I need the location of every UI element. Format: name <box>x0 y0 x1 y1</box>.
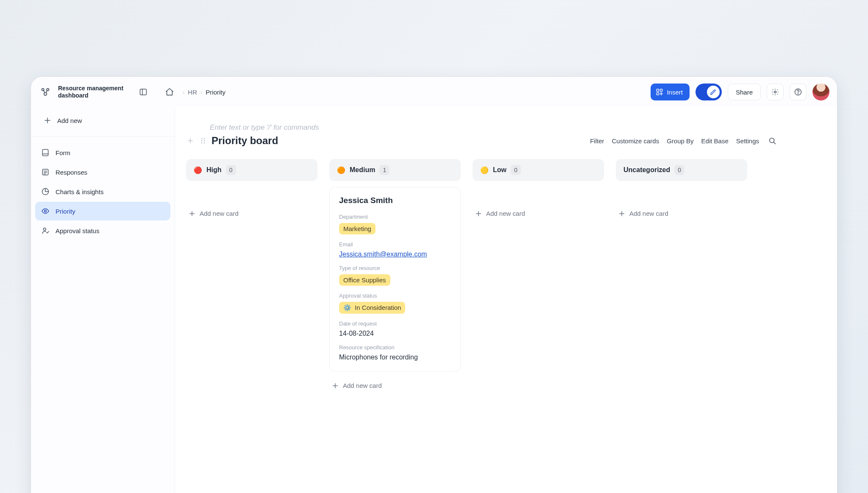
column-header[interactable]: 🔴 High 0 <box>186 159 317 181</box>
workspace-icon <box>39 85 52 99</box>
user-avatar[interactable] <box>812 84 829 100</box>
svg-point-12 <box>798 94 798 94</box>
sidebar-item-approval[interactable]: Approval status <box>35 221 170 240</box>
sidebar-item-responses[interactable]: Responses <box>35 163 170 181</box>
app-window: Resource management dashboard › HR › Pri… <box>31 76 837 493</box>
column-header[interactable]: Uncategorized 0 <box>616 159 747 181</box>
add-card-button[interactable]: Add new card <box>186 206 317 221</box>
column-high: 🔴 High 0 Add new card <box>186 159 317 221</box>
widgets-icon <box>656 88 663 96</box>
email-link[interactable]: Jessica.smith@example.com <box>339 251 427 258</box>
add-card-label: Add new card <box>629 210 668 217</box>
field-label-date: Date of request <box>339 320 377 327</box>
add-card-label: Add new card <box>486 210 525 217</box>
main-content: Enter text or type '/' for commands Prio… <box>175 107 837 493</box>
svg-point-10 <box>774 91 776 93</box>
sidebar: Add new Form Responses Charts & insights <box>31 107 175 493</box>
kanban-board: 🔴 High 0 Add new card 🟠 <box>186 159 779 393</box>
column-name: Uncategorized <box>623 166 670 174</box>
collapse-sidebar-button[interactable] <box>136 85 150 99</box>
top-bar: Resource management dashboard › HR › Pri… <box>31 77 837 107</box>
sidebar-label: Responses <box>56 169 87 176</box>
sidebar-label: Charts & insights <box>56 188 103 195</box>
add-card-button[interactable]: Add new card <box>329 378 461 393</box>
editor-placeholder[interactable]: Enter text or type '/' for commands <box>210 123 779 132</box>
sidebar-label: Approval status <box>56 227 99 234</box>
column-count: 0 <box>226 165 236 175</box>
home-button[interactable] <box>162 85 177 99</box>
column-name: Medium <box>350 166 375 174</box>
field-label-approval: Approval status <box>339 292 377 299</box>
column-header[interactable]: 🟠 Medium 1 <box>329 159 461 181</box>
spec-value: Microphones for recording <box>339 354 418 361</box>
board-title[interactable]: Priority board <box>211 135 278 147</box>
department-tag: Marketing <box>339 223 376 234</box>
settings-button[interactable] <box>767 84 784 100</box>
drag-handle-icon[interactable] <box>199 137 207 144</box>
sidebar-item-form[interactable]: Form <box>35 143 170 162</box>
column-count: 0 <box>511 165 521 175</box>
plus-icon <box>44 117 51 124</box>
pie-chart-icon <box>41 187 50 196</box>
column-name: High <box>206 166 222 174</box>
svg-point-22 <box>43 228 46 231</box>
svg-point-21 <box>45 210 47 212</box>
approval-status-tag: ⚙️ In Consideration <box>339 302 405 314</box>
add-block-icon[interactable] <box>186 137 195 144</box>
breadcrumbs: › HR › Priority <box>183 89 225 96</box>
column-count: 0 <box>674 165 684 175</box>
column-header[interactable]: 🟡 Low 0 <box>473 159 604 181</box>
approval-text: In Consideration <box>355 304 401 311</box>
breadcrumb-section[interactable]: HR <box>188 89 197 96</box>
edit-base-button[interactable]: Edit Base <box>700 135 730 147</box>
add-card-button[interactable]: Add new card <box>616 206 747 221</box>
svg-point-26 <box>204 138 205 139</box>
svg-point-29 <box>201 142 203 144</box>
status-emoji: 🟠 <box>337 166 345 174</box>
customize-cards-button[interactable]: Customize cards <box>610 135 661 147</box>
sidebar-item-priority[interactable]: Priority <box>35 202 170 220</box>
kanban-card[interactable]: Jessica Smith Department Marketing Email… <box>329 187 461 372</box>
insert-label: Insert <box>667 89 683 96</box>
svg-point-28 <box>204 140 205 142</box>
sidebar-item-charts[interactable]: Charts & insights <box>35 182 170 201</box>
sidebar-label: Form <box>56 149 70 156</box>
help-button[interactable] <box>790 84 807 100</box>
add-new-label: Add new <box>57 117 82 124</box>
svg-rect-15 <box>42 150 48 156</box>
column-name: Low <box>493 166 506 174</box>
user-check-icon <box>41 226 50 235</box>
plus-icon <box>618 210 625 217</box>
card-title: Jessica Smith <box>339 196 451 205</box>
pencil-icon <box>709 89 717 96</box>
share-button[interactable]: Share <box>728 84 761 100</box>
insert-button[interactable]: Insert <box>651 84 690 100</box>
field-label-department: Department <box>339 214 368 220</box>
sidebar-label: Priority <box>56 208 75 215</box>
add-card-button[interactable]: Add new card <box>473 206 604 221</box>
column-uncategorized: Uncategorized 0 Add new card <box>616 159 747 221</box>
plus-icon <box>332 382 339 389</box>
add-card-label: Add new card <box>343 382 382 389</box>
board-settings-button[interactable]: Settings <box>734 135 761 147</box>
chevron-right-icon: › <box>183 89 184 95</box>
svg-point-27 <box>201 140 203 142</box>
svg-point-25 <box>201 138 203 139</box>
resource-type-tag: Office Supplies <box>339 274 390 286</box>
svg-rect-5 <box>657 89 659 91</box>
group-by-button[interactable]: Group By <box>665 135 695 147</box>
board-search-button[interactable] <box>765 134 779 148</box>
list-icon <box>41 168 50 176</box>
filter-button[interactable]: Filter <box>588 135 606 147</box>
workspace-title[interactable]: Resource management dashboard <box>58 85 130 100</box>
field-label-email: Email <box>339 241 353 248</box>
status-emoji: 🟡 <box>480 166 489 174</box>
breadcrumb-page[interactable]: Priority <box>206 89 225 96</box>
add-new-button[interactable]: Add new <box>38 111 168 129</box>
edit-mode-toggle[interactable] <box>696 84 722 100</box>
approval-emoji: ⚙️ <box>343 304 351 311</box>
plus-icon <box>189 210 195 217</box>
svg-rect-7 <box>657 93 659 95</box>
column-count: 1 <box>379 165 389 175</box>
chevron-right-icon: › <box>200 89 202 95</box>
